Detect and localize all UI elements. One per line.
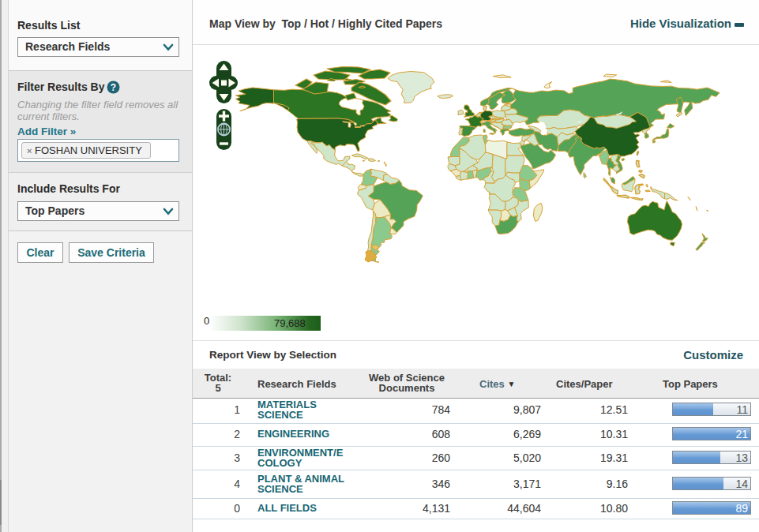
svg-text:?: ? [111,82,116,93]
